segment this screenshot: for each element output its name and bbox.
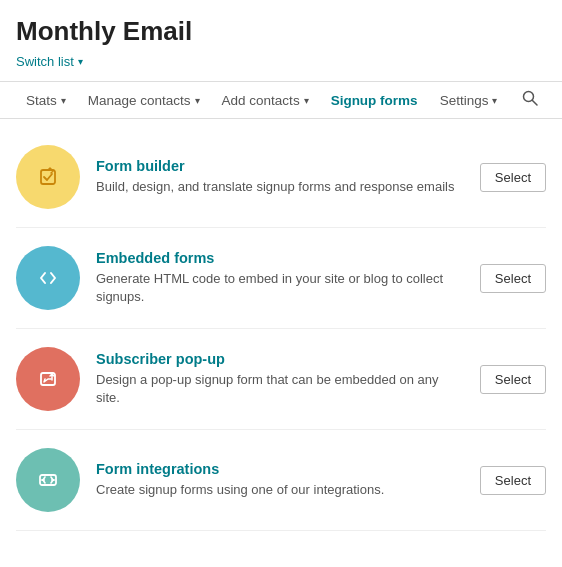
search-icon <box>522 90 538 106</box>
form-builder-name: Form builder <box>96 158 464 174</box>
subscriber-popup-desc: Design a pop-up signup form that can be … <box>96 371 464 407</box>
embedded-forms-select-button[interactable]: Select <box>480 264 546 293</box>
svg-line-1 <box>533 101 538 106</box>
nav-item-signup-forms[interactable]: Signup forms <box>321 83 428 118</box>
subscriber-popup-icon-circle <box>16 347 80 411</box>
nav-item-manage-contacts[interactable]: Manage contacts ▾ <box>78 83 210 118</box>
manage-contacts-chevron-icon: ▾ <box>195 95 200 106</box>
embedded-forms-desc: Generate HTML code to embed in your site… <box>96 270 464 306</box>
add-contacts-chevron-icon: ▾ <box>304 95 309 106</box>
header: Monthly Email Switch list ▾ <box>0 0 562 81</box>
stats-chevron-icon: ▾ <box>61 95 66 106</box>
form-integrations-name: Form integrations <box>96 461 464 477</box>
form-builder-desc: Build, design, and translate signup form… <box>96 178 464 196</box>
list-item: Form builder Build, design, and translat… <box>16 127 546 228</box>
nav-item-settings[interactable]: Settings ▾ <box>430 83 508 118</box>
list-item: Subscriber pop-up Design a pop-up signup… <box>16 329 546 430</box>
switch-list-button[interactable]: Switch list ▾ <box>16 54 83 69</box>
nav-item-add-contacts[interactable]: Add contacts ▾ <box>212 83 319 118</box>
form-builder-icon <box>34 163 62 191</box>
subscriber-popup-name: Subscriber pop-up <box>96 351 464 367</box>
switch-list-chevron-icon: ▾ <box>78 56 83 67</box>
page-title: Monthly Email <box>16 16 546 47</box>
subscriber-popup-icon <box>34 365 62 393</box>
embedded-forms-icon-circle <box>16 246 80 310</box>
form-builder-icon-circle <box>16 145 80 209</box>
form-integrations-select-button[interactable]: Select <box>480 466 546 495</box>
switch-list-label: Switch list <box>16 54 74 69</box>
form-builder-info: Form builder Build, design, and translat… <box>96 158 464 196</box>
form-builder-select-button[interactable]: Select <box>480 163 546 192</box>
embedded-forms-name: Embedded forms <box>96 250 464 266</box>
search-button[interactable] <box>514 82 546 118</box>
nav-item-stats[interactable]: Stats ▾ <box>16 83 76 118</box>
embedded-forms-info: Embedded forms Generate HTML code to emb… <box>96 250 464 306</box>
forms-list: Form builder Build, design, and translat… <box>0 119 562 539</box>
form-integrations-icon <box>34 466 62 494</box>
subscriber-popup-info: Subscriber pop-up Design a pop-up signup… <box>96 351 464 407</box>
embedded-forms-icon <box>34 264 62 292</box>
settings-chevron-icon: ▾ <box>492 95 497 106</box>
list-item: Embedded forms Generate HTML code to emb… <box>16 228 546 329</box>
form-integrations-info: Form integrations Create signup forms us… <box>96 461 464 499</box>
nav-bar: Stats ▾ Manage contacts ▾ Add contacts ▾… <box>0 81 562 119</box>
list-item: Form integrations Create signup forms us… <box>16 430 546 531</box>
form-integrations-icon-circle <box>16 448 80 512</box>
subscriber-popup-select-button[interactable]: Select <box>480 365 546 394</box>
form-integrations-desc: Create signup forms using one of our int… <box>96 481 464 499</box>
